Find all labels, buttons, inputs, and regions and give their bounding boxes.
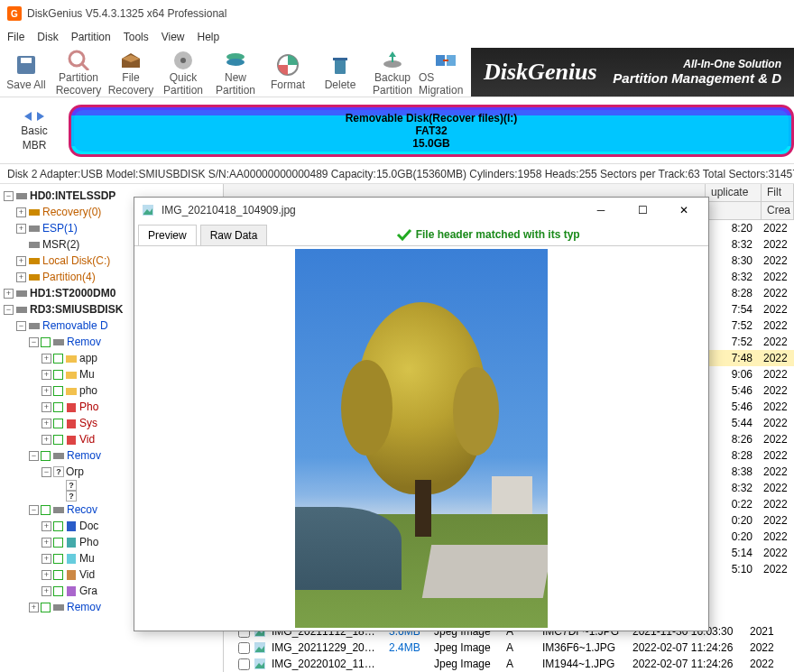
expand-icon[interactable]: −: [29, 451, 39, 461]
tree-pho3[interactable]: Pho: [79, 534, 98, 550]
backup-partition-button[interactable]: Backup Partition: [366, 48, 419, 97]
close-button[interactable]: ✕: [667, 198, 701, 222]
tree-app[interactable]: app: [79, 350, 97, 366]
expand-icon[interactable]: +: [16, 256, 26, 266]
row-checkbox[interactable]: [238, 658, 250, 670]
tree-vid[interactable]: Vid: [79, 431, 95, 447]
partition-bar[interactable]: Removable Disk(Recover files)(I:) FAT32 …: [69, 105, 794, 157]
quick-partition-button[interactable]: Quick Partition: [157, 48, 209, 97]
col-created[interactable]: Crea: [762, 202, 794, 219]
expand-icon[interactable]: −: [4, 191, 14, 201]
disk-info-bar: Disk 2 Adapter:USB Model:SMIUSBDISK S/N:…: [0, 164, 794, 184]
tree-doc[interactable]: Doc: [79, 518, 98, 534]
tree-hd0[interactable]: HD0:INTELSSDP: [30, 188, 115, 204]
tree-mu[interactable]: Mu: [79, 366, 95, 382]
svg-rect-12: [333, 58, 347, 60]
expand-icon[interactable]: −: [42, 467, 51, 477]
check-icon[interactable]: [53, 386, 63, 396]
menu-disk[interactable]: Disk: [37, 31, 58, 43]
menu-tools[interactable]: Tools: [124, 31, 149, 43]
menu-file[interactable]: File: [7, 31, 24, 43]
expand-icon[interactable]: +: [16, 224, 26, 234]
tree-mu2[interactable]: Mu: [79, 550, 95, 566]
check-icon[interactable]: [53, 435, 63, 445]
expand-icon[interactable]: +: [42, 370, 51, 380]
menu-help[interactable]: Help: [198, 31, 220, 43]
expand-icon[interactable]: −: [4, 305, 14, 315]
tab-preview[interactable]: Preview: [138, 225, 197, 245]
expand-icon[interactable]: +: [42, 538, 51, 548]
partition-recovery-button[interactable]: Partition Recovery: [52, 48, 105, 97]
tree-remov2[interactable]: Remov: [67, 447, 101, 464]
minimize-button[interactable]: ─: [584, 198, 618, 222]
check-icon[interactable]: [53, 370, 63, 380]
check-icon[interactable]: [53, 586, 63, 596]
format-button[interactable]: Format: [262, 48, 314, 97]
check-icon[interactable]: [41, 603, 51, 612]
check-icon[interactable]: [53, 354, 63, 364]
check-icon[interactable]: [53, 521, 63, 531]
expand-icon[interactable]: +: [42, 570, 51, 580]
check-icon[interactable]: [53, 570, 63, 580]
new-partition-button[interactable]: New Partition: [209, 48, 262, 97]
list-row[interactable]: IMG_20220102_11…Jpeg ImageAIM1944~1.JPG2…: [224, 656, 794, 672]
save-all-button[interactable]: Save All: [0, 48, 52, 97]
expand-icon[interactable]: −: [16, 321, 26, 331]
prev-disk-icon[interactable]: [23, 110, 33, 123]
orphan-icon[interactable]: ?: [66, 491, 77, 502]
maximize-button[interactable]: ☐: [625, 198, 660, 222]
expand-icon[interactable]: +: [16, 272, 26, 282]
expand-icon[interactable]: +: [42, 521, 51, 531]
file-recovery-button[interactable]: File Recovery: [105, 48, 157, 97]
tree-local-c[interactable]: Local Disk(C:): [42, 253, 110, 269]
tree-gra[interactable]: Gra: [79, 583, 97, 599]
tree-hd1[interactable]: HD1:ST2000DM0: [30, 285, 115, 301]
check-icon[interactable]: [53, 538, 63, 548]
tree-msr[interactable]: MSR(2): [42, 236, 79, 253]
expand-icon[interactable]: +: [42, 402, 51, 412]
check-icon[interactable]: [53, 554, 63, 564]
next-disk-icon[interactable]: [35, 110, 46, 123]
tree-recovery[interactable]: Recovery(0): [42, 204, 101, 220]
expand-icon[interactable]: +: [29, 603, 39, 612]
expand-icon[interactable]: +: [42, 586, 51, 596]
tree-remov[interactable]: Remov: [67, 334, 101, 350]
menu-view[interactable]: View: [162, 31, 185, 43]
expand-icon[interactable]: +: [42, 386, 51, 396]
tree-pho2[interactable]: Pho: [79, 399, 98, 415]
check-icon[interactable]: [41, 451, 51, 461]
save-all-label: Save All: [6, 78, 45, 91]
expand-icon[interactable]: +: [42, 435, 51, 445]
new-partition-label: New Partition: [216, 71, 255, 97]
check-icon[interactable]: [53, 419, 63, 428]
tree-partition4[interactable]: Partition(4): [42, 269, 96, 285]
tree-vid2[interactable]: Vid: [79, 566, 95, 583]
orphan-icon[interactable]: ?: [53, 466, 64, 477]
col-duplicate[interactable]: uplicate: [706, 184, 762, 201]
expand-icon[interactable]: −: [29, 337, 39, 347]
check-icon[interactable]: [41, 337, 51, 347]
tree-removable[interactable]: Removable D: [42, 318, 108, 334]
tree-sys[interactable]: Sys: [79, 415, 97, 431]
check-icon[interactable]: [53, 402, 63, 412]
expand-icon[interactable]: −: [29, 505, 39, 515]
expand-icon[interactable]: +: [42, 354, 51, 364]
preview-titlebar[interactable]: IMG_20210418_104909.jpg ─ ☐ ✕: [134, 198, 708, 223]
expand-icon[interactable]: +: [16, 207, 26, 217]
tree-recov[interactable]: Recov: [67, 502, 97, 518]
tree-pho[interactable]: pho: [79, 382, 97, 399]
col-filter[interactable]: Filt: [762, 184, 794, 201]
expand-icon[interactable]: +: [4, 289, 14, 299]
list-row[interactable]: IMG_20211229_20…2.4MBJpeg ImageAIM36F6~1…: [224, 640, 794, 656]
tree-esp[interactable]: ESP(1): [42, 220, 78, 236]
tree-remov3[interactable]: Remov: [67, 599, 101, 615]
delete-button[interactable]: Delete: [314, 48, 366, 97]
row-checkbox[interactable]: [238, 642, 250, 654]
expand-icon[interactable]: +: [42, 419, 51, 428]
menu-partition[interactable]: Partition: [71, 31, 111, 43]
expand-icon[interactable]: +: [42, 554, 51, 564]
tree-rd3[interactable]: RD3:SMIUSBDISK: [30, 301, 123, 318]
os-migration-button[interactable]: OS Migration: [419, 48, 471, 97]
tab-raw-data[interactable]: Raw Data: [200, 225, 268, 245]
check-icon[interactable]: [41, 505, 51, 515]
